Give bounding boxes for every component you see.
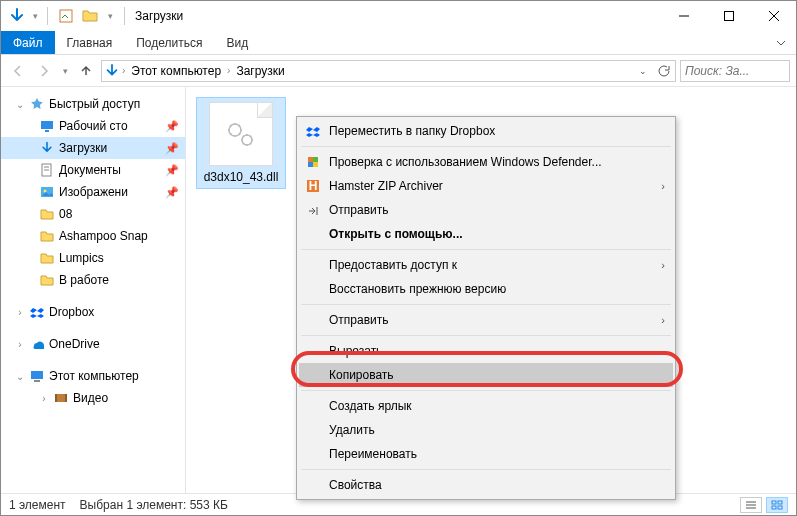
ctx-restore-previous[interactable]: Восстановить прежнюю версию	[299, 277, 673, 301]
ctx-hamster-zip[interactable]: H Hamster ZIP Archiver ›	[299, 174, 673, 198]
svg-rect-26	[308, 162, 313, 167]
separator	[301, 390, 671, 391]
folder-icon[interactable]	[80, 6, 100, 26]
down-arrow-icon[interactable]	[7, 6, 27, 26]
sidebar-item-pictures[interactable]: Изображени 📌	[1, 181, 185, 203]
maximize-button[interactable]	[706, 1, 751, 31]
ctx-copy[interactable]: Копировать	[299, 363, 673, 387]
chevron-down-icon[interactable]: ⌄	[15, 371, 25, 382]
navigation-bar: ▾ › Этот компьютер › Загрузки ⌄	[1, 55, 796, 87]
ctx-delete[interactable]: Удалить	[299, 418, 673, 442]
dropbox-icon	[305, 123, 321, 139]
address-dropdown[interactable]: ⌄	[633, 61, 653, 81]
sidebar-onedrive[interactable]: › OneDrive	[1, 333, 185, 355]
tab-share[interactable]: Поделиться	[124, 31, 214, 54]
ctx-properties[interactable]: Свойства	[299, 473, 673, 497]
details-view-button[interactable]	[740, 497, 762, 513]
window-title: Загрузки	[135, 9, 183, 23]
ctx-send-to[interactable]: Отправить	[299, 198, 673, 222]
window-controls	[661, 1, 796, 31]
divider	[47, 7, 48, 25]
search-input[interactable]	[685, 64, 785, 78]
svg-rect-4	[45, 130, 49, 132]
ctx-send-to-2[interactable]: Отправить ›	[299, 308, 673, 332]
ctx-defender-scan[interactable]: Проверка с использованием Windows Defend…	[299, 150, 673, 174]
down-arrow-icon	[104, 63, 120, 79]
back-button[interactable]	[7, 60, 29, 82]
sidebar-item-folder[interactable]: 08	[1, 203, 185, 225]
pin-icon: 📌	[165, 164, 179, 177]
icons-view-button[interactable]	[766, 497, 788, 513]
chevron-right-icon[interactable]: ›	[15, 339, 25, 350]
dropbox-icon	[29, 304, 45, 320]
ctx-grant-access[interactable]: Предоставить доступ к ›	[299, 253, 673, 277]
chevron-right-icon: ›	[661, 259, 665, 271]
pin-icon: 📌	[165, 142, 179, 155]
svg-rect-27	[313, 162, 318, 167]
downloads-icon	[39, 140, 55, 156]
folder-icon	[39, 228, 55, 244]
file-name: d3dx10_43.dll	[201, 170, 281, 184]
navigation-pane[interactable]: ⌄ Быстрый доступ Рабочий сто 📌 Загрузки …	[1, 87, 186, 493]
tab-file[interactable]: Файл	[1, 31, 55, 54]
svg-text:H: H	[309, 179, 318, 193]
qat-overflow-icon[interactable]: ▾	[104, 6, 116, 26]
sidebar-quick-access[interactable]: ⌄ Быстрый доступ	[1, 93, 185, 115]
dll-file-icon	[209, 102, 273, 166]
share-icon	[305, 202, 321, 218]
status-item-count: 1 элемент	[9, 498, 66, 512]
explorer-window: ▾ ▾ Загрузки Файл Главная П	[0, 0, 797, 516]
sidebar-item-documents[interactable]: Документы 📌	[1, 159, 185, 181]
ribbon-expand-button[interactable]	[766, 31, 796, 54]
file-item[interactable]: d3dx10_43.dll	[196, 97, 286, 189]
sidebar-item-videos[interactable]: › Видео	[1, 387, 185, 409]
ctx-open-with[interactable]: Открыть с помощью...	[299, 222, 673, 246]
properties-icon[interactable]	[56, 6, 76, 26]
ctx-move-to-dropbox[interactable]: Переместить в папку Dropbox	[299, 119, 673, 143]
separator	[301, 249, 671, 250]
separator	[301, 146, 671, 147]
tab-view[interactable]: Вид	[214, 31, 260, 54]
view-switcher	[740, 497, 788, 513]
ctx-rename[interactable]: Переименовать	[299, 442, 673, 466]
sidebar-item-folder[interactable]: В работе	[1, 269, 185, 291]
up-button[interactable]	[75, 60, 97, 82]
folder-icon	[39, 250, 55, 266]
chevron-right-icon[interactable]: ›	[122, 65, 125, 76]
chevron-right-icon[interactable]: ›	[227, 65, 230, 76]
breadcrumb-root[interactable]: Этот компьютер	[127, 64, 225, 78]
close-button[interactable]	[751, 1, 796, 31]
documents-icon	[39, 162, 55, 178]
pin-icon: 📌	[165, 120, 179, 133]
titlebar: ▾ ▾ Загрузки	[1, 1, 796, 31]
sidebar-item-downloads[interactable]: Загрузки 📌	[1, 137, 185, 159]
forward-button[interactable]	[33, 60, 55, 82]
quick-access-toolbar: ▾ ▾	[7, 6, 129, 26]
ctx-cut[interactable]: Вырезать	[299, 339, 673, 363]
sidebar-item-folder[interactable]: Lumpics	[1, 247, 185, 269]
sidebar-item-folder[interactable]: Ashampoo Snap	[1, 225, 185, 247]
chevron-down-icon[interactable]: ⌄	[15, 99, 25, 110]
svg-rect-21	[778, 501, 782, 504]
minimize-button[interactable]	[661, 1, 706, 31]
tab-home[interactable]: Главная	[55, 31, 125, 54]
sidebar-this-pc[interactable]: ⌄ Этот компьютер	[1, 365, 185, 387]
star-icon	[29, 96, 45, 112]
sidebar-dropbox[interactable]: › Dropbox	[1, 301, 185, 323]
sidebar-item-desktop[interactable]: Рабочий сто 📌	[1, 115, 185, 137]
separator	[301, 304, 671, 305]
address-bar[interactable]: › Этот компьютер › Загрузки ⌄	[101, 60, 676, 82]
history-dropdown[interactable]: ▾	[59, 60, 71, 82]
chevron-right-icon: ›	[661, 180, 665, 192]
chevron-right-icon[interactable]: ›	[15, 307, 25, 318]
svg-rect-24	[308, 157, 313, 162]
search-box[interactable]	[680, 60, 790, 82]
refresh-button[interactable]	[653, 61, 673, 81]
ctx-create-shortcut[interactable]: Создать ярлык	[299, 394, 673, 418]
qat-dropdown-icon[interactable]: ▾	[31, 6, 39, 26]
svg-rect-13	[55, 394, 57, 402]
pictures-icon	[39, 184, 55, 200]
breadcrumb-current[interactable]: Загрузки	[232, 64, 288, 78]
chevron-right-icon[interactable]: ›	[39, 393, 49, 404]
defender-icon	[305, 154, 321, 170]
